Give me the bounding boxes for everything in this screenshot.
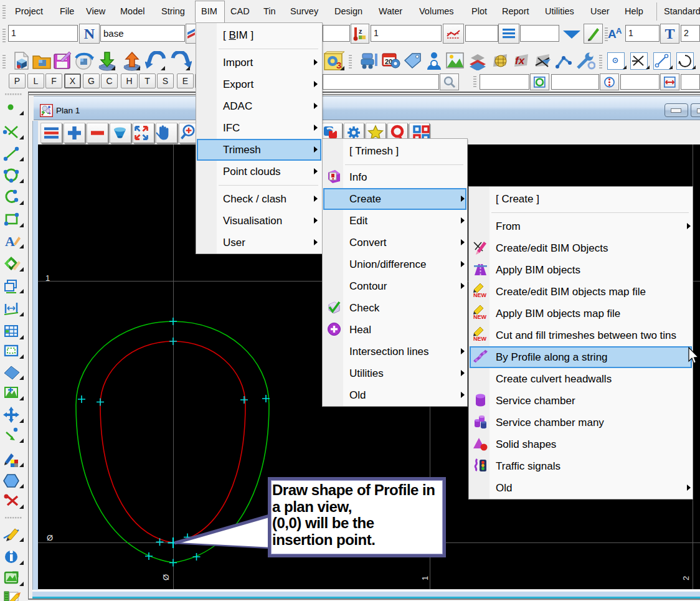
svg-text:A: A <box>608 27 617 40</box>
svg-text:A: A <box>5 234 15 249</box>
svg-text:z: z <box>359 27 362 35</box>
svg-text:A: A <box>616 26 622 35</box>
svg-text:NEW: NEW <box>473 314 487 319</box>
svg-text:NEW: NEW <box>473 336 487 341</box>
svg-text:NEW: NEW <box>473 292 487 298</box>
